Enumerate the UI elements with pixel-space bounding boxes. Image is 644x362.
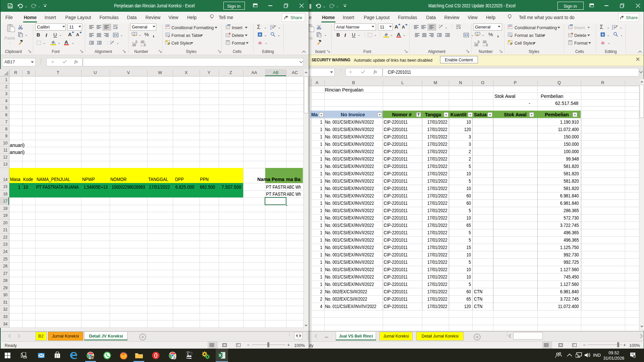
- svg-text:Z: Z: [612, 27, 613, 29]
- svg-text:Z: Z: [270, 27, 272, 29]
- svg-text:D: D: [92, 356, 94, 359]
